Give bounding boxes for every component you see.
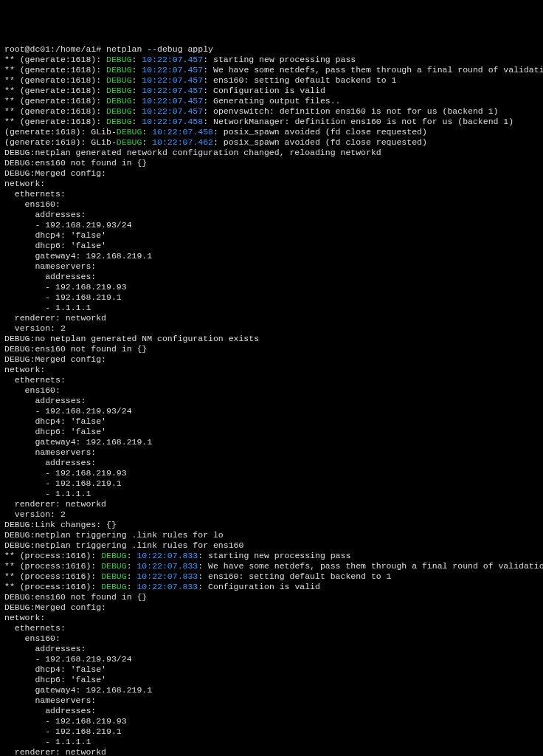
output-line: DEBUG:netplan generated networkd configu…: [4, 148, 539, 158]
output-segment: :: [132, 75, 142, 85]
output-line: - 1.1.1.1: [4, 489, 539, 499]
output-line: ethernets:: [4, 623, 539, 633]
output-segment: : We have some netdefs, pass them throug…: [203, 65, 543, 75]
output-line: dhcp4: 'false': [4, 230, 539, 241]
output-line: dhcp4: 'false': [4, 664, 539, 675]
output-segment: 10:22:07.457: [142, 55, 203, 64]
output-segment: - 192.168.219.93/24: [4, 220, 132, 230]
output-segment: - 192.168.219.1: [4, 726, 122, 736]
output-segment: :: [142, 127, 152, 137]
output-segment: DEBUG:ens160 not found in {}: [4, 344, 147, 354]
output-line: renderer: networkd: [4, 313, 539, 323]
output-segment: addresses:: [4, 706, 96, 715]
output-line: ** (generate:1618): DEBUG: 10:22:07.457:…: [4, 86, 539, 96]
output-line: - 192.168.219.1: [4, 292, 539, 303]
output-segment: dhcp4: 'false': [4, 230, 106, 240]
output-line: nameservers:: [4, 447, 539, 458]
output-line: addresses:: [4, 644, 539, 654]
output-segment: 10:22:07.457: [142, 75, 203, 85]
output-segment: DEBUG:Merged config:: [4, 602, 106, 612]
output-segment: dhcp4: 'false': [4, 664, 106, 674]
output-segment: 10:22:07.457: [142, 86, 203, 95]
output-segment: ** (process:1616):: [4, 551, 101, 560]
output-segment: ** (generate:1618):: [4, 106, 106, 116]
output-line: ens160:: [4, 633, 539, 644]
output-segment: DEBUG:Link changes: {}: [4, 520, 117, 529]
output-segment: - 1.1.1.1: [4, 303, 91, 312]
output-segment: ethernets:: [4, 623, 66, 633]
output-line: ** (process:1616): DEBUG: 10:22:07.833: …: [4, 582, 539, 592]
output-segment: addresses:: [4, 396, 86, 405]
output-segment: : ens160: setting default backend to 1: [198, 571, 391, 581]
output-segment: ** (generate:1618):: [4, 75, 106, 85]
output-line: - 192.168.219.93: [4, 282, 539, 292]
output-line: addresses:: [4, 396, 539, 406]
terminal-output[interactable]: root@dc01:/home/ai# netplan --debug appl…: [4, 44, 539, 756]
output-segment: - 192.168.219.1: [4, 292, 122, 302]
output-segment: ** (generate:1618):: [4, 117, 106, 126]
output-line: addresses:: [4, 458, 539, 468]
output-segment: 10:22:07.833: [136, 571, 198, 581]
output-segment: DEBUG: [117, 137, 142, 147]
output-line: network:: [4, 179, 539, 189]
output-segment: addresses:: [4, 210, 86, 219]
output-segment: DEBUG: [106, 106, 132, 116]
output-segment: 10:22:07.462: [152, 137, 213, 147]
output-segment: : starting new processing pass: [198, 551, 350, 560]
output-segment: ** (process:1616):: [4, 571, 101, 581]
output-line: dhcp6: 'false': [4, 675, 539, 685]
output-segment: : Generating output files..: [203, 96, 340, 106]
output-segment: DEBUG:ens160 not found in {}: [4, 592, 147, 602]
output-segment: ethernets:: [4, 375, 66, 385]
output-line: nameservers:: [4, 261, 539, 272]
output-segment: - 192.168.219.93: [4, 282, 127, 292]
output-line: DEBUG:Merged config:: [4, 602, 539, 613]
output-segment: 10:22:07.457: [142, 65, 203, 75]
output-line: version: 2: [4, 323, 539, 334]
output-segment: : Configuration is valid: [203, 86, 325, 95]
output-segment: 10:22:07.833: [136, 582, 198, 591]
output-segment: 10:22:07.833: [136, 551, 198, 560]
output-segment: ** (generate:1618):: [4, 55, 106, 64]
output-segment: addresses:: [4, 644, 86, 653]
output-segment: - 192.168.219.93: [4, 468, 127, 478]
output-segment: version: 2: [4, 323, 66, 333]
output-line: DEBUG:Merged config:: [4, 354, 539, 365]
output-line: ** (generate:1618): DEBUG: 10:22:07.457:…: [4, 106, 539, 117]
output-line: - 1.1.1.1: [4, 303, 539, 313]
output-line: renderer: networkd: [4, 747, 539, 756]
output-segment: 10:22:07.457: [142, 106, 203, 116]
output-segment: :: [127, 571, 137, 581]
output-segment: - 1.1.1.1: [4, 489, 91, 498]
output-line: addresses:: [4, 210, 539, 220]
output-line: gateway4: 192.168.219.1: [4, 437, 539, 447]
output-segment: : ens160: setting default backend to 1: [203, 75, 396, 85]
output-line: - 192.168.219.1: [4, 478, 539, 489]
output-line: dhcp4: 'false': [4, 416, 539, 427]
output-segment: DEBUG: [101, 551, 127, 560]
output-segment: gateway4: 192.168.219.1: [4, 251, 152, 261]
output-line: dhcp6: 'false': [4, 241, 539, 251]
output-line: DEBUG:no netplan generated NM configurat…: [4, 334, 539, 344]
output-segment: : openvswitch: definition ens160 is not …: [203, 106, 498, 116]
output-line: ** (process:1616): DEBUG: 10:22:07.833: …: [4, 571, 539, 582]
output-segment: DEBUG:ens160 not found in {}: [4, 158, 147, 168]
output-segment: ** (generate:1618):: [4, 86, 106, 95]
output-segment: DEBUG: [117, 127, 142, 137]
output-segment: - 192.168.219.93/24: [4, 654, 132, 664]
output-segment: :: [132, 86, 142, 95]
output-segment: 10:22:07.458: [142, 117, 203, 126]
output-line: DEBUG:ens160 not found in {}: [4, 158, 539, 168]
output-line: - 192.168.219.93: [4, 716, 539, 726]
output-segment: DEBUG: [101, 571, 127, 581]
output-line: - 192.168.219.1: [4, 726, 539, 737]
output-segment: nameservers:: [4, 447, 96, 457]
output-line: ** (generate:1618): DEBUG: 10:22:07.458:…: [4, 117, 539, 127]
output-segment: DEBUG:Merged config:: [4, 168, 106, 178]
output-segment: ens160:: [4, 199, 60, 209]
output-segment: addresses:: [4, 272, 96, 281]
output-segment: 10:22:07.457: [142, 96, 203, 106]
output-segment: - 192.168.219.1: [4, 478, 122, 488]
output-segment: :: [132, 106, 142, 116]
output-line: DEBUG:netplan triggering .link rules for…: [4, 530, 539, 540]
